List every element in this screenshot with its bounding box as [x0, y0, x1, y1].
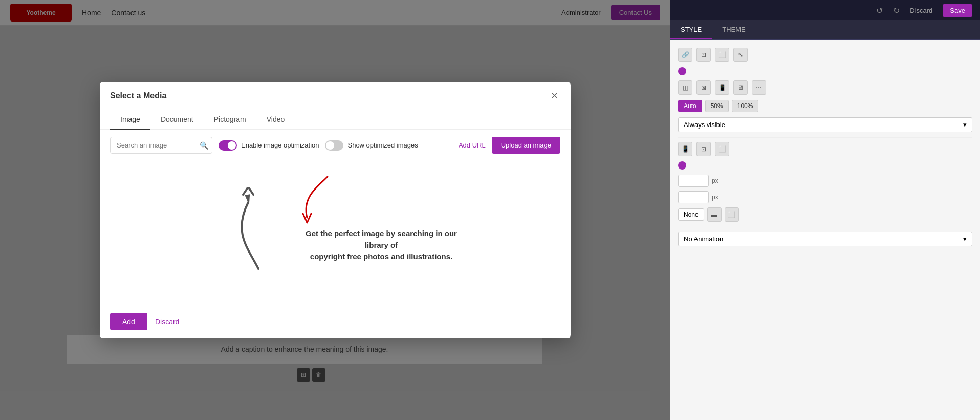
panel-top-bar: ↺ ↻ Discard Save [670, 0, 980, 20]
enable-optimization-label: Enable image optimization [241, 141, 319, 149]
enable-optimization-toggle-group: Enable image optimization [219, 140, 319, 151]
border-style-2[interactable]: ⬜ [725, 207, 739, 222]
red-arrow-illustration [292, 172, 338, 230]
modal-title: Select a Media [110, 91, 166, 100]
show-optimized-toggle[interactable] [325, 140, 343, 151]
tab-theme[interactable]: THEME [712, 20, 756, 39]
show-optimized-toggle-group: Show optimized images [325, 140, 418, 151]
select-media-modal: Select a Media ✕ Image Document Pictogra… [100, 82, 571, 338]
desktop-icon-btn-2[interactable]: 🖥 [733, 80, 748, 95]
px-input-row-1: 0 px [678, 175, 972, 187]
modal-footer: Add Discard [100, 305, 571, 338]
icon-row-3: 📱 ⊡ ⬜ [678, 142, 972, 156]
size-50-btn[interactable]: 50% [705, 100, 729, 112]
discard-top-button[interactable]: Discard [910, 7, 932, 14]
modal-overlay: Select a Media ✕ Image Document Pictogra… [0, 0, 670, 420]
search-box: 🔍 [110, 137, 212, 154]
align-left-icon-btn[interactable]: ◫ [678, 80, 692, 95]
modal-header: Select a Media ✕ [100, 82, 571, 110]
tab-style[interactable]: STYLE [670, 20, 712, 39]
divider-1 [678, 137, 972, 138]
modal-close-button[interactable]: ✕ [548, 90, 560, 102]
chevron-down-icon-2: ▾ [963, 235, 967, 243]
discard-button[interactable]: Discard [155, 318, 179, 326]
toggle-knob [228, 141, 236, 150]
desktop-icon-btn[interactable]: ⬜ [715, 48, 729, 62]
modal-body: Get the perfect image by searching in ou… [100, 161, 571, 305]
icon-row-2: ◫ ⊠ 📱 🖥 ⋯ [678, 80, 972, 95]
tablet-icon-btn-2[interactable]: 📱 [715, 80, 729, 95]
tab-video[interactable]: Video [256, 110, 295, 130]
px-input-2[interactable]: 0 [678, 191, 709, 203]
right-panel: ↺ ↻ Discard Save STYLE THEME 🔗 ⊡ ⬜ ⤡ ◫ ⊠… [670, 0, 980, 420]
search-input[interactable] [110, 137, 212, 154]
icon-row-1: 🔗 ⊡ ⬜ ⤡ [678, 48, 972, 62]
modal-tabs: Image Document Pictogram Video [100, 110, 571, 130]
more-icon-btn[interactable]: ⋯ [752, 80, 766, 95]
show-optimized-label: Show optimized images [347, 141, 418, 149]
slider-row-2 [678, 161, 972, 170]
tablet-icon-btn[interactable]: ⊡ [696, 48, 711, 62]
body-text-line2: copyright free photos and illustrations. [310, 252, 452, 261]
px-input-row-2: 0 px [678, 191, 972, 203]
search-icon-button[interactable]: 🔍 [200, 141, 208, 150]
expand-icon-btn[interactable]: ⤡ [733, 48, 748, 62]
redo-icon[interactable]: ↻ [893, 6, 900, 15]
tab-image[interactable]: Image [110, 110, 150, 130]
visibility-dropdown[interactable]: Always visible ▾ [678, 117, 972, 132]
modal-toolbar: 🔍 Enable image optimization Show optimiz… [100, 130, 571, 161]
px-input-1[interactable]: 0 [678, 175, 709, 187]
align-center-icon-btn[interactable]: ⊠ [696, 80, 711, 95]
visibility-label: Always visible [684, 121, 725, 129]
panel-body: 🔗 ⊡ ⬜ ⤡ ◫ ⊠ 📱 🖥 ⋯ Auto 50% 100% Always v… [670, 40, 980, 420]
toggle-knob-2 [326, 141, 334, 150]
border-none-btn[interactable]: None [678, 208, 704, 221]
add-url-link[interactable]: Add URL [459, 141, 486, 149]
tab-document[interactable]: Document [150, 110, 204, 130]
desktop-icon-btn-3[interactable]: ⬜ [715, 142, 729, 156]
slider-row-1 [678, 67, 972, 75]
border-row: None ▬ ⬜ [678, 207, 972, 222]
size-row: Auto 50% 100% [678, 100, 972, 112]
px-label-2: px [712, 194, 718, 201]
upload-image-button[interactable]: Upload an image [492, 137, 560, 154]
size-100-btn[interactable]: 100% [732, 100, 759, 112]
link-icon-btn[interactable]: 🔗 [678, 48, 692, 62]
illustration-area: Get the perfect image by searching in ou… [197, 177, 473, 289]
border-style-1[interactable]: ▬ [707, 207, 722, 222]
tablet-icon-btn-3[interactable]: ⊡ [696, 142, 711, 156]
panel-tabs: STYLE THEME [670, 20, 980, 40]
slider-knob-2[interactable] [678, 161, 686, 170]
enable-optimization-toggle[interactable] [219, 140, 237, 151]
animation-label: No Animation [684, 235, 723, 243]
divider-2 [678, 227, 972, 227]
body-illustration-text: Get the perfect image by searching in ou… [299, 228, 463, 263]
px-label-1: px [712, 177, 718, 184]
animation-dropdown[interactable]: No Animation ▾ [678, 232, 972, 246]
size-auto-btn[interactable]: Auto [678, 100, 702, 112]
add-button[interactable]: Add [110, 313, 147, 330]
slider-knob-1[interactable] [678, 67, 686, 75]
mobile-icon-btn-3[interactable]: 📱 [678, 142, 692, 156]
body-text-line1: Get the perfect image by searching in ou… [306, 229, 457, 249]
undo-icon[interactable]: ↺ [876, 6, 883, 15]
chevron-down-icon: ▾ [963, 121, 967, 129]
tab-pictogram[interactable]: Pictogram [204, 110, 256, 130]
curved-arrow-illustration [217, 187, 279, 276]
save-top-button[interactable]: Save [943, 4, 972, 17]
